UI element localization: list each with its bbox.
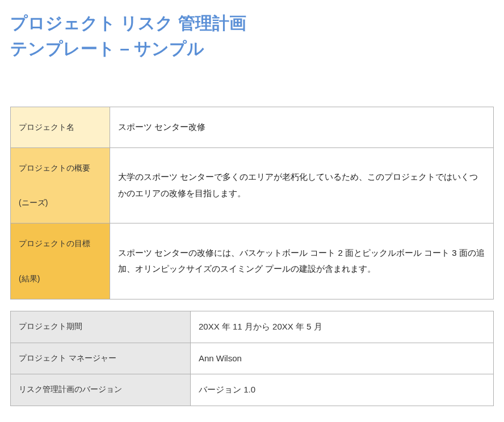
project-manager-value: Ann Wilson: [191, 343, 494, 374]
project-summary-table: プロジェクト名 スポーツ センター改修 プロジェクトの概要 (ニーズ) 大学のス…: [10, 107, 494, 299]
risk-plan-version-label: リスク管理計画のバージョン: [11, 374, 191, 406]
table-row: プロジェクトの概要 (ニーズ) 大学のスポーツ センターで多くのエリアが老朽化し…: [11, 147, 494, 223]
project-overview-value: 大学のスポーツ センターで多くのエリアが老朽化しているため、このプロジェクトでは…: [110, 147, 494, 223]
title-line2: テンプレート – サンプル: [10, 39, 204, 58]
table-row: プロジェクト期間 20XX 年 11 月から 20XX 年 5 月: [11, 311, 494, 343]
table-row: プロジェクト名 スポーツ センター改修: [11, 107, 494, 148]
title-line1: プロジェクト リスク 管理計画: [10, 14, 246, 32]
table-row: リスク管理計画のバージョン バージョン 1.0: [11, 374, 494, 406]
project-details-table: プロジェクト期間 20XX 年 11 月から 20XX 年 5 月 プロジェクト…: [10, 311, 494, 406]
document-title: プロジェクト リスク 管理計画 テンプレート – サンプル: [10, 10, 494, 61]
project-overview-label: プロジェクトの概要 (ニーズ): [11, 147, 110, 223]
project-period-value: 20XX 年 11 月から 20XX 年 5 月: [191, 311, 494, 343]
table-row: プロジェクト マネージャー Ann Wilson: [11, 343, 494, 374]
risk-plan-version-value: バージョン 1.0: [191, 374, 494, 406]
project-manager-label: プロジェクト マネージャー: [11, 343, 191, 374]
table-row: プロジェクトの目標 (結果) スポーツ センターの改修には、バスケットボール コ…: [11, 223, 494, 299]
project-goals-label: プロジェクトの目標 (結果): [11, 223, 110, 299]
project-period-label: プロジェクト期間: [11, 311, 191, 343]
project-goals-value: スポーツ センターの改修には、バスケットボール コート 2 面とピックルボール …: [110, 223, 494, 299]
project-name-value: スポーツ センター改修: [110, 107, 494, 148]
project-name-label: プロジェクト名: [11, 107, 110, 148]
